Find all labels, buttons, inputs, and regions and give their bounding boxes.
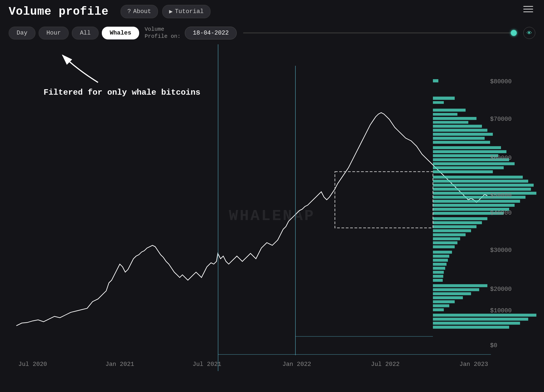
svg-rect-17 xyxy=(433,162,515,165)
about-button[interactable]: ? About xyxy=(121,5,158,18)
svg-rect-52 xyxy=(433,308,444,311)
header: Volume profile ? About ▶ Tutorial xyxy=(0,0,544,23)
svg-rect-56 xyxy=(433,326,509,329)
svg-text:Jan 2021: Jan 2021 xyxy=(105,361,134,368)
svg-text:$40000: $40000 xyxy=(490,210,512,217)
tab-hour[interactable]: Hour xyxy=(39,27,69,39)
svg-rect-38 xyxy=(433,251,452,254)
annotation-arrow xyxy=(54,53,103,85)
annotation-text: Filtered for only whale bitcoins xyxy=(44,88,200,97)
svg-rect-44 xyxy=(433,275,443,278)
svg-rect-5 xyxy=(433,113,457,116)
svg-rect-9 xyxy=(433,129,487,132)
toolbar: Day Hour All Whales VolumeProfile on: 18… xyxy=(0,23,544,44)
svg-text:$50000: $50000 xyxy=(490,192,512,199)
svg-rect-49 xyxy=(433,296,463,299)
dashed-highlight-rect xyxy=(335,172,433,228)
svg-rect-1 xyxy=(433,79,438,82)
date-badge: 18-04-2022 xyxy=(185,27,237,39)
svg-rect-6 xyxy=(433,117,476,120)
svg-rect-31 xyxy=(433,221,482,224)
svg-rect-11 xyxy=(433,137,485,140)
svg-text:Jul 2020: Jul 2020 xyxy=(18,361,47,368)
svg-rect-43 xyxy=(433,271,444,274)
svg-rect-15 xyxy=(433,154,498,157)
eye-button[interactable]: 👁 xyxy=(523,27,535,39)
svg-rect-12 xyxy=(433,141,490,144)
svg-rect-18 xyxy=(433,166,504,169)
svg-rect-2 xyxy=(433,97,455,100)
x-axis-labels: Jul 2020 Jan 2021 Jul 2021 Jan 2022 Jul … xyxy=(18,361,488,368)
date-slider[interactable] xyxy=(243,32,517,33)
hamburger-line-2 xyxy=(523,9,533,10)
svg-rect-10 xyxy=(433,133,493,136)
svg-rect-51 xyxy=(433,304,449,307)
svg-rect-34 xyxy=(433,233,466,236)
svg-text:Jul 2021: Jul 2021 xyxy=(192,361,221,368)
svg-rect-14 xyxy=(433,150,506,153)
svg-rect-54 xyxy=(433,318,528,321)
svg-rect-37 xyxy=(433,245,455,248)
y-axis-labels: $80000 $70000 $60000 $50000 $40000 $3000… xyxy=(490,78,512,349)
svg-rect-40 xyxy=(433,259,448,262)
svg-text:Jan 2023: Jan 2023 xyxy=(459,361,488,368)
tab-all[interactable]: All xyxy=(72,27,99,39)
slider-fill xyxy=(243,32,517,33)
vertical-line xyxy=(218,44,218,371)
svg-rect-21 xyxy=(433,180,528,183)
volume-profile-label: VolumeProfile on: xyxy=(145,26,181,40)
svg-rect-48 xyxy=(433,292,471,295)
svg-text:Jan 2022: Jan 2022 xyxy=(282,361,311,368)
about-label: About xyxy=(133,8,151,15)
svg-rect-55 xyxy=(433,322,520,325)
svg-rect-39 xyxy=(433,255,449,258)
svg-rect-22 xyxy=(433,184,534,187)
svg-rect-19 xyxy=(433,170,493,173)
tab-day[interactable]: Day xyxy=(9,27,35,39)
hamburger-menu[interactable] xyxy=(523,6,533,12)
svg-rect-41 xyxy=(433,263,447,266)
svg-rect-8 xyxy=(433,125,482,128)
svg-rect-36 xyxy=(433,241,457,244)
svg-rect-26 xyxy=(433,200,520,203)
tab-whales[interactable]: Whales xyxy=(102,27,139,39)
svg-rect-7 xyxy=(433,121,468,124)
slider-thumb[interactable] xyxy=(511,30,517,36)
svg-rect-45 xyxy=(433,279,443,282)
svg-rect-4 xyxy=(433,109,466,112)
page-title: Volume profile xyxy=(9,5,109,18)
annotation: Filtered for only whale bitcoins xyxy=(38,61,200,97)
svg-rect-3 xyxy=(433,101,444,104)
svg-rect-27 xyxy=(433,204,515,207)
svg-text:$20000: $20000 xyxy=(490,286,512,293)
svg-rect-30 xyxy=(433,217,487,220)
play-icon: ▶ xyxy=(169,8,173,15)
svg-text:$0: $0 xyxy=(490,342,497,349)
chart-area: WHALENAP Filtered for only whale bitcoin… xyxy=(0,44,544,387)
svg-rect-33 xyxy=(433,229,471,232)
svg-rect-32 xyxy=(433,225,476,228)
svg-text:$80000: $80000 xyxy=(490,78,512,85)
eye-icon: 👁 xyxy=(527,30,532,36)
tutorial-button[interactable]: ▶ Tutorial xyxy=(162,5,210,18)
svg-rect-47 xyxy=(433,288,479,291)
hamburger-line-3 xyxy=(523,11,533,12)
svg-rect-13 xyxy=(433,146,501,149)
svg-text:$30000: $30000 xyxy=(490,247,512,254)
svg-rect-42 xyxy=(433,267,445,270)
svg-text:$10000: $10000 xyxy=(490,307,512,314)
question-icon: ? xyxy=(127,8,131,15)
volume-profile-bars xyxy=(433,79,536,329)
svg-rect-46 xyxy=(433,284,487,287)
svg-rect-23 xyxy=(433,188,531,191)
svg-rect-50 xyxy=(433,300,455,303)
svg-rect-53 xyxy=(433,314,536,317)
svg-rect-24 xyxy=(433,192,536,195)
svg-rect-20 xyxy=(433,176,523,179)
svg-rect-35 xyxy=(433,237,460,240)
svg-text:$70000: $70000 xyxy=(490,116,512,123)
horizontal-line xyxy=(218,354,491,355)
hamburger-line-1 xyxy=(523,6,533,7)
header-buttons: ? About ▶ Tutorial xyxy=(121,5,210,18)
svg-text:$60000: $60000 xyxy=(490,155,512,162)
